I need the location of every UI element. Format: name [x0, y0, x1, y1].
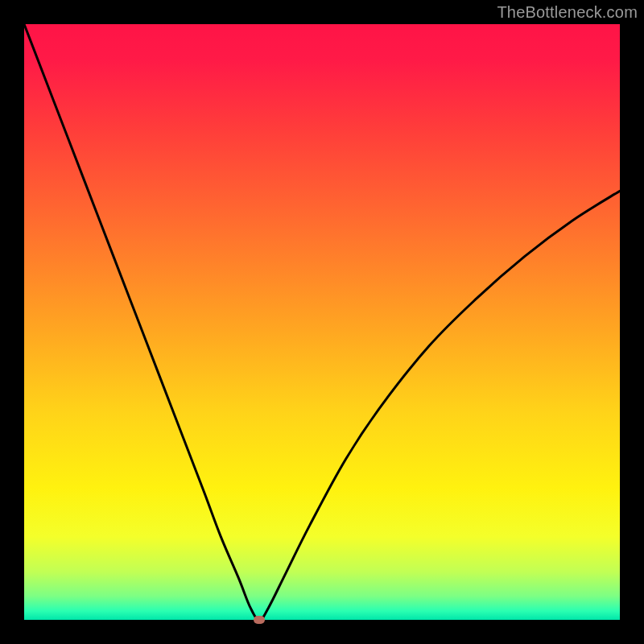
watermark-text: TheBottleneck.com [497, 3, 638, 22]
chart-frame: TheBottleneck.com [0, 0, 644, 644]
curve-svg [24, 24, 620, 620]
plot-area [24, 24, 620, 620]
optimal-point-marker [254, 616, 265, 624]
bottleneck-curve [24, 24, 620, 620]
